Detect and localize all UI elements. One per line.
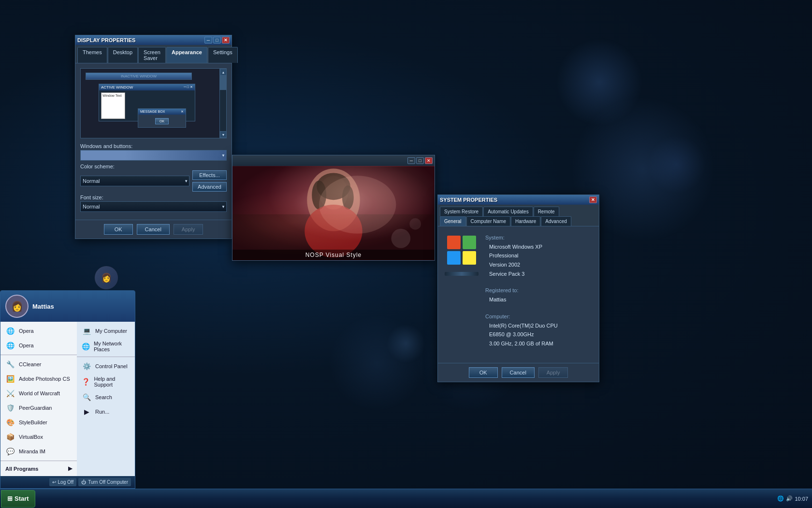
scroll-thumb[interactable]: [220, 75, 226, 90]
preview-inactive-window: INACTIVE WINDOW ACTIVE WINDOW ─ □ ✕ Wind…: [86, 73, 192, 80]
log-off-button[interactable]: ↩ Log Off: [49, 478, 77, 486]
tab-desktop[interactable]: Desktop: [108, 47, 138, 63]
img-minimize-button[interactable]: ─: [407, 157, 415, 164]
tab-general[interactable]: General: [440, 216, 466, 226]
tray-volume-icon: 🔊: [786, 495, 793, 502]
turn-off-icon: ⏻: [81, 479, 86, 485]
image-viewer-body: NOSP Visual Style: [232, 166, 435, 260]
display-properties-title: DISPLAY PROPERTIES: [77, 37, 135, 43]
display-properties-body: INACTIVE WINDOW ACTIVE WINDOW ─ □ ✕ Wind…: [75, 63, 232, 220]
wow-icon: ⚔️: [5, 388, 15, 398]
tab-settings[interactable]: Settings: [208, 47, 238, 63]
preview-active-window: ACTIVE WINDOW ─ □ ✕ Window Text MESSAGE …: [99, 84, 195, 121]
tab-advanced-sys[interactable]: Advanced: [541, 216, 571, 226]
photoshop-icon: 🖼️: [5, 374, 15, 384]
tab-automatic-updates[interactable]: Automatic Updates: [483, 207, 533, 216]
system-section: System: Microsoft Windows XP Professiona…: [485, 233, 592, 278]
image-caption: NOSP Visual Style: [232, 250, 435, 260]
preview-scrollbar[interactable]: ▲ ▼: [219, 69, 226, 138]
image-viewer-titlebar[interactable]: ─ □ ✕: [232, 155, 435, 166]
turn-off-button[interactable]: ⏻ Turn Off Computer: [78, 478, 131, 486]
my-computer-icon: 💻: [82, 326, 91, 336]
virtualbox-icon: 📦: [5, 432, 15, 442]
scroll-up-button[interactable]: ▲: [220, 69, 227, 75]
menu-item-peerguardian[interactable]: 🛡️ PeerGuardian: [0, 401, 77, 415]
tab-hardware[interactable]: Hardware: [511, 216, 540, 226]
color-scheme-select[interactable]: Normal: [80, 176, 189, 186]
display-properties-window: DISPLAY PROPERTIES ─ □ ✕ Themes Desktop …: [75, 35, 232, 239]
windows-buttons-color-select[interactable]: [80, 150, 227, 161]
img-maximize-button[interactable]: □: [416, 157, 424, 164]
start-button[interactable]: ⊞ Start: [1, 490, 35, 508]
ok-button[interactable]: OK: [104, 224, 133, 235]
menu-item-wow[interactable]: ⚔️ World of Warcraft: [0, 386, 77, 401]
menu-item-stylebuilder[interactable]: 🎨 StyleBuilder: [0, 415, 77, 430]
menu-item-control-panel[interactable]: ⚙️ Control Panel: [77, 359, 135, 374]
tray-network-icon: 🌐: [777, 495, 784, 502]
tab-appearance[interactable]: Appearance: [166, 47, 207, 63]
menu-separator-1: [0, 355, 77, 355]
desktop-icon-user[interactable]: 👩: [87, 266, 126, 289]
advanced-button[interactable]: Advanced: [192, 182, 227, 192]
menu-item-photoshop[interactable]: 🖼️ Adobe Photoshop CS: [0, 372, 77, 386]
sys-apply-button[interactable]: Apply: [538, 367, 568, 378]
menu-item-help[interactable]: ❓ Help and Support: [77, 374, 135, 390]
apply-button[interactable]: Apply: [174, 224, 203, 235]
miranda-icon: 💬: [5, 447, 15, 456]
tab-screensaver[interactable]: Screen Saver: [138, 47, 166, 63]
menu-item-search[interactable]: 🔍 Search: [77, 390, 135, 404]
system-properties-window: SYSTEM PROPERTIES ✕ System Restore Autom…: [437, 194, 599, 382]
effects-advanced-buttons: Effects... Advanced: [192, 170, 227, 192]
peerguardian-icon: 🛡️: [5, 403, 15, 413]
tab-computer-name[interactable]: Computer Name: [466, 216, 510, 226]
window-controls: ─ □ ✕: [204, 37, 230, 44]
menu-item-ccleaner[interactable]: 🔧 CCleaner: [0, 357, 77, 372]
sys-close-button[interactable]: ✕: [589, 196, 597, 203]
system-properties-titlebar[interactable]: SYSTEM PROPERTIES ✕: [438, 195, 599, 205]
menu-item-run[interactable]: ▶ Run...: [77, 404, 135, 419]
img-close-button[interactable]: ✕: [425, 157, 433, 164]
all-programs-arrow-icon: ▶: [68, 465, 72, 472]
close-button[interactable]: ✕: [222, 37, 230, 44]
preview-ok-button[interactable]: OK: [155, 118, 169, 124]
windows-buttons-label: Windows and buttons:: [80, 143, 227, 149]
menu-item-opera-1[interactable]: 🌐 Opera: [0, 324, 77, 338]
all-programs-item[interactable]: All Programs ▶: [0, 463, 77, 474]
font-size-select[interactable]: Normal: [80, 201, 227, 212]
scroll-track: [220, 75, 226, 131]
cpu-speed: 3.00 GHz, 2.00 GB of RAM: [485, 339, 592, 348]
tab-system-restore[interactable]: System Restore: [440, 207, 483, 216]
start-menu-left: 🌐 Opera 🌐 Opera 🔧 CCleaner 🖼️ Adobe Phot…: [0, 322, 77, 476]
svg-point-15: [460, 236, 463, 265]
system-properties-title: SYSTEM PROPERTIES: [440, 197, 497, 203]
effects-button[interactable]: Effects...: [192, 170, 227, 180]
registered-label: Registered to:: [485, 286, 592, 295]
start-menu-avatar: 👩: [5, 295, 29, 318]
os-name: Microsoft Windows XP: [485, 242, 592, 252]
cancel-button[interactable]: Cancel: [137, 224, 170, 235]
opera-icon-2: 🌐: [5, 341, 15, 350]
start-menu-body: 🌐 Opera 🌐 Opera 🔧 CCleaner 🖼️ Adobe Phot…: [0, 322, 135, 476]
taskbar: ⊞ Start 🌐 🔊 10:07: [0, 489, 812, 508]
scroll-down-button[interactable]: ▼: [220, 131, 227, 138]
maximize-button[interactable]: □: [213, 37, 221, 44]
menu-item-my-computer[interactable]: 💻 My Computer: [77, 324, 135, 338]
display-properties-titlebar[interactable]: DISPLAY PROPERTIES ─ □ ✕: [75, 35, 232, 45]
preview-active-body: Window Text MESSAGE BOX ✕ OK: [99, 90, 195, 121]
sys-cancel-button[interactable]: Cancel: [502, 367, 535, 378]
tab-remote[interactable]: Remote: [534, 207, 559, 216]
system-label: System:: [485, 233, 592, 242]
menu-item-virtualbox[interactable]: 📦 VirtualBox: [0, 430, 77, 444]
tab-themes[interactable]: Themes: [77, 47, 107, 63]
computer-label: Computer:: [485, 312, 592, 321]
menu-item-my-network[interactable]: 🌐 My Network Places: [77, 338, 135, 355]
system-info: System: Microsoft Windows XP Professiona…: [485, 233, 592, 356]
system-properties-body: System: Microsoft Windows XP Professiona…: [438, 226, 599, 363]
opera-icon-1: 🌐: [5, 326, 15, 336]
minimize-button[interactable]: ─: [204, 37, 212, 44]
menu-item-miranda[interactable]: 💬 Miranda IM: [0, 444, 77, 459]
menu-item-opera-2[interactable]: 🌐 Opera: [0, 338, 77, 353]
search-icon: 🔍: [82, 392, 91, 402]
sys-ok-button[interactable]: OK: [469, 367, 498, 378]
bokeh-2: [648, 135, 706, 194]
